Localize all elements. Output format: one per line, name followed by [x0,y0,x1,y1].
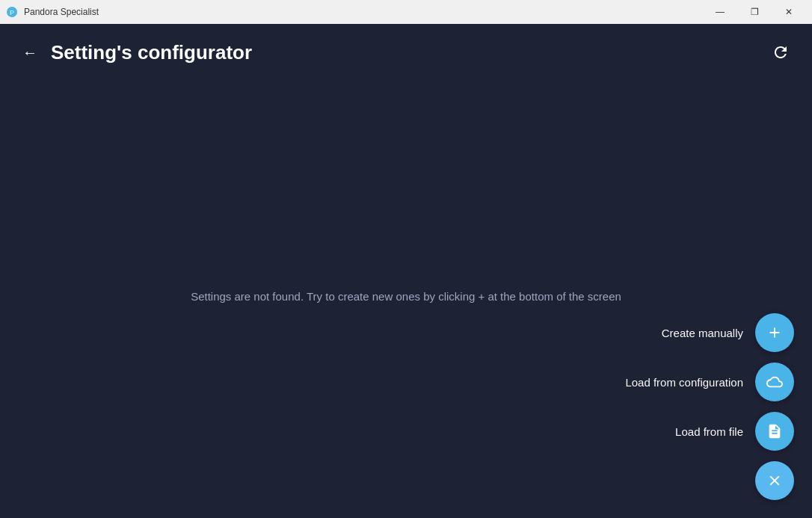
create-manually-label: Create manually [662,327,743,339]
create-manually-item: Create manually [662,313,794,352]
titlebar-left: P Pandora Specialist [6,6,99,18]
plus-icon [766,324,783,341]
load-from-file-item: Load from file [675,412,794,451]
app-icon: P [6,6,18,18]
create-manually-button[interactable] [755,313,794,352]
maximize-button[interactable]: ❐ [737,0,772,24]
load-from-configuration-item: Load from configuration [625,363,794,401]
close-fab-item [755,461,794,500]
load-from-configuration-button[interactable] [755,363,794,401]
refresh-icon [772,43,790,61]
titlebar-title: Pandora Specialist [24,7,99,17]
header: ← Setting's configurator [0,24,812,73]
close-fab-button[interactable] [755,461,794,500]
load-from-file-label: Load from file [675,425,743,438]
refresh-button[interactable] [767,39,794,66]
close-icon [766,472,783,489]
minimize-button[interactable]: — [703,0,737,24]
file-icon [766,423,783,440]
app-content: ← Setting's configurator Settings are no… [0,24,812,518]
page-title: Setting's configurator [51,41,252,64]
header-left: ← Setting's configurator [18,40,252,64]
main-area: Settings are not found. Try to create ne… [0,73,812,518]
back-arrow-icon: ← [22,44,37,61]
back-button[interactable]: ← [18,40,42,64]
fab-menu: Create manually Load from configuration [625,313,794,500]
titlebar-controls: — ❐ ✕ [703,0,806,24]
titlebar: P Pandora Specialist — ❐ ✕ [0,0,812,24]
load-from-file-button[interactable] [755,412,794,451]
load-from-configuration-label: Load from configuration [625,376,743,389]
close-button[interactable]: ✕ [772,0,806,24]
empty-state-message: Settings are not found. Try to create ne… [191,289,621,302]
cloud-icon [766,374,783,390]
svg-text:P: P [10,9,14,16]
